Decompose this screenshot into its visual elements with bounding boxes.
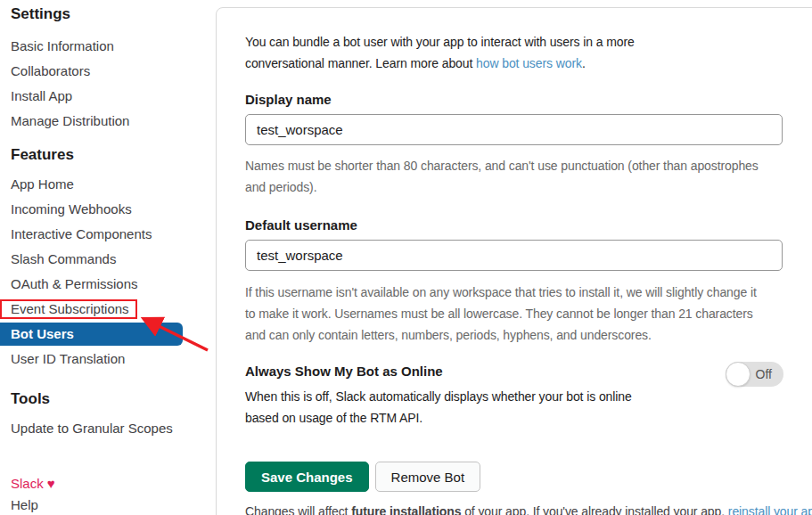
sidebar-item-event-subscriptions[interactable]: Event Subscriptions	[0, 297, 216, 322]
sidebar-item-interactive-components[interactable]: Interactive Components	[0, 222, 216, 247]
sidebar-item-user-id-translation[interactable]: User ID Translation	[0, 347, 216, 372]
toggle-knob	[726, 362, 750, 387]
sidebar-item-basic-information[interactable]: Basic Information	[0, 34, 216, 59]
sidebar-item-app-home[interactable]: App Home	[0, 172, 216, 197]
sidebar-item-incoming-webhooks[interactable]: Incoming Webhooks	[0, 197, 216, 222]
sidebar-item-slash-commands[interactable]: Slash Commands	[0, 247, 216, 272]
toggle-state-label: Off	[756, 362, 772, 387]
button-row: Save Changes Remove Bot	[245, 462, 480, 492]
sidebar: Settings Basic Information Collaborators…	[0, 0, 216, 515]
display-name-help: Names must be shorter than 80 characters…	[245, 155, 812, 198]
slack-footer-link[interactable]: Slack ♥	[0, 473, 216, 495]
footer-note-text-middle: of your app. If you've already installed…	[461, 504, 727, 515]
sidebar-footer: Slack ♥ Help	[0, 473, 216, 515]
reinstall-app-link[interactable]: reinstall your app	[728, 504, 812, 515]
heart-icon: ♥	[47, 476, 55, 491]
sidebar-item-manage-distribution[interactable]: Manage Distribution	[0, 109, 216, 134]
intro-paragraph: You can bundle a bot user with your app …	[245, 31, 762, 74]
sidebar-item-collaborators[interactable]: Collaborators	[0, 59, 216, 84]
help-link[interactable]: Help	[0, 495, 216, 515]
sidebar-features-list: App Home Incoming Webhooks Interactive C…	[0, 172, 216, 372]
display-name-input[interactable]	[245, 114, 783, 145]
remove-bot-button[interactable]: Remove Bot	[375, 462, 481, 492]
sidebar-item-bot-users[interactable]: Bot Users	[0, 323, 183, 346]
always-online-label: Always Show My Bot as Online	[245, 364, 443, 379]
sidebar-heading-features: Features	[0, 145, 216, 165]
sidebar-item-install-app[interactable]: Install App	[0, 84, 216, 109]
always-online-help: When this is off, Slack automatically di…	[245, 386, 726, 429]
sidebar-heading-settings: Settings	[0, 4, 216, 24]
default-username-label: Default username	[245, 217, 357, 233]
save-changes-button[interactable]: Save Changes	[245, 462, 369, 492]
footer-note: Changes will affect future installations…	[245, 501, 812, 515]
intro-text-end: .	[582, 56, 586, 70]
footer-note-bold: future installations	[351, 504, 461, 515]
sidebar-tools-list: Update to Granular Scopes	[0, 416, 216, 441]
sidebar-item-oauth-permissions[interactable]: OAuth & Permissions	[0, 272, 216, 297]
default-username-input[interactable]	[245, 240, 783, 271]
footer-note-text: Changes will affect	[245, 504, 351, 515]
sidebar-settings-list: Basic Information Collaborators Install …	[0, 34, 216, 134]
sidebar-heading-tools: Tools	[0, 389, 216, 409]
sidebar-item-update-granular-scopes[interactable]: Update to Granular Scopes	[0, 416, 216, 441]
slack-label: Slack	[11, 476, 44, 491]
how-bot-users-work-link[interactable]: how bot users work	[476, 56, 582, 70]
bot-user-settings-panel: You can bundle a bot user with your app …	[216, 7, 812, 515]
display-name-label: Display name	[245, 92, 332, 107]
always-online-toggle[interactable]: Off	[726, 362, 783, 387]
default-username-help: If this username isn't available on any …	[245, 282, 812, 346]
